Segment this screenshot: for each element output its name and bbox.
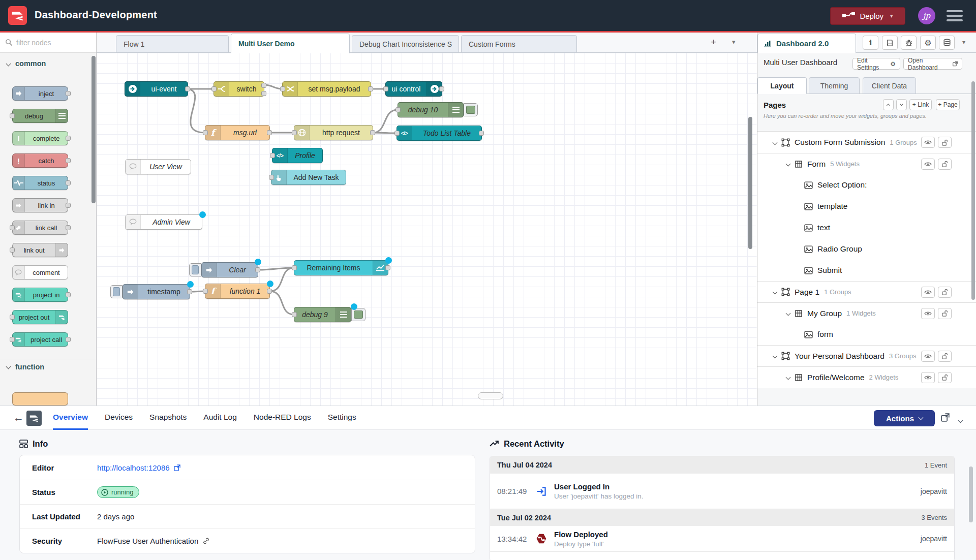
palette-category-function[interactable]: function bbox=[0, 359, 97, 374]
palette-category-common[interactable]: common bbox=[0, 56, 97, 71]
node-port[interactable] bbox=[261, 91, 266, 96]
node-port[interactable] bbox=[255, 267, 260, 272]
node-port[interactable] bbox=[10, 337, 15, 342]
lock-button[interactable] bbox=[938, 137, 952, 148]
collapse-panel-icon[interactable] bbox=[959, 415, 962, 424]
node-port[interactable] bbox=[269, 175, 274, 180]
node-port[interactable] bbox=[385, 265, 390, 270]
node-port[interactable] bbox=[292, 130, 297, 135]
lock-button[interactable] bbox=[938, 351, 952, 362]
flow-node-clear[interactable]: Clear bbox=[201, 262, 258, 277]
flow-node-todo-list-table[interactable]: </> Todo List Table bbox=[396, 126, 482, 141]
tab-debug-chart[interactable]: Debug Chart Inconsistence S bbox=[352, 35, 459, 53]
lock-button[interactable] bbox=[938, 308, 952, 319]
node-port[interactable] bbox=[10, 113, 15, 118]
node-port[interactable] bbox=[368, 86, 373, 91]
visibility-button[interactable] bbox=[921, 351, 935, 362]
palette-filter-input[interactable] bbox=[16, 39, 82, 47]
flow-node-ui-control[interactable]: ui control bbox=[385, 81, 442, 97]
tab-audit-log[interactable]: Audit Log bbox=[203, 406, 237, 430]
palette-node-link-call[interactable]: link call bbox=[12, 221, 68, 235]
node-port[interactable] bbox=[203, 130, 208, 135]
flow-node-remaining-items[interactable]: Remaining Items bbox=[294, 260, 388, 275]
palette-node-debug[interactable]: debug bbox=[12, 109, 68, 123]
chevron-down-icon[interactable] bbox=[773, 354, 778, 359]
tree-page-your-personal-dashboard[interactable]: Your Personal Dashboard 3 Groups bbox=[757, 345, 976, 366]
panel-resize-handle[interactable] bbox=[478, 392, 503, 399]
node-port[interactable] bbox=[292, 265, 297, 270]
lock-button[interactable] bbox=[938, 159, 952, 170]
node-port[interactable] bbox=[66, 158, 71, 163]
back-button[interactable]: ← bbox=[13, 412, 24, 424]
tree-widget-select-option[interactable]: Select Option: bbox=[757, 174, 976, 196]
tab-node-red-logs[interactable]: Node-RED Logs bbox=[254, 406, 311, 430]
context-data-button[interactable] bbox=[939, 36, 955, 50]
flow-list-caret-icon[interactable]: ▾ bbox=[732, 37, 736, 48]
node-port[interactable] bbox=[10, 225, 15, 230]
open-dashboard-button[interactable]: Open Dashboard bbox=[903, 58, 962, 70]
flow-node-debug-10[interactable]: debug 10 bbox=[398, 102, 464, 117]
info-sidebar-button[interactable]: i bbox=[863, 36, 878, 50]
visibility-button[interactable] bbox=[921, 308, 935, 319]
flow-node-set-msg-payload[interactable]: set msg.payload bbox=[282, 81, 371, 97]
editor-link[interactable]: http://localhost:12086 bbox=[97, 463, 180, 472]
node-port[interactable] bbox=[66, 337, 71, 342]
flow-node-function-1[interactable]: f function 1 bbox=[205, 284, 270, 299]
flow-node-switch[interactable]: switch bbox=[214, 81, 264, 97]
node-port[interactable] bbox=[479, 131, 484, 136]
node-port[interactable] bbox=[66, 292, 71, 297]
node-port[interactable] bbox=[383, 86, 388, 91]
canvas-scrollbar[interactable] bbox=[748, 117, 752, 249]
deploy-button[interactable]: Deploy ▾ bbox=[830, 7, 905, 25]
activity-event-flow-deployed[interactable]: 13:34:42 Flow Deployed Deploy type 'full… bbox=[490, 526, 954, 552]
inject-button[interactable] bbox=[110, 285, 123, 298]
activity-scrollbar[interactable] bbox=[969, 466, 973, 522]
palette-search[interactable] bbox=[0, 33, 97, 53]
chevron-down-icon[interactable] bbox=[786, 311, 791, 316]
tab-theming[interactable]: Theming bbox=[809, 77, 860, 94]
open-editor-icon[interactable] bbox=[941, 413, 950, 424]
add-page-button[interactable]: + Page bbox=[936, 99, 960, 110]
node-port[interactable] bbox=[292, 312, 297, 317]
node-port[interactable] bbox=[280, 86, 285, 91]
palette-node-comment[interactable]: comment bbox=[12, 265, 68, 279]
lock-button[interactable] bbox=[938, 372, 952, 383]
node-port[interactable] bbox=[211, 86, 217, 91]
tree-widget-template[interactable]: template bbox=[757, 196, 976, 217]
collapse-all-button[interactable] bbox=[883, 99, 894, 110]
tab-custom-forms[interactable]: Custom Forms bbox=[461, 35, 577, 53]
node-port[interactable] bbox=[10, 315, 15, 320]
edit-settings-button[interactable]: Edit Settings⚙ bbox=[852, 58, 900, 70]
tree-page-page-1[interactable]: Page 1 1 Groups bbox=[757, 281, 976, 302]
tree-group-profile-welcome[interactable]: Profile/Welcome 2 Widgets bbox=[757, 366, 976, 388]
node-port[interactable] bbox=[185, 86, 190, 91]
node-port[interactable] bbox=[66, 91, 71, 96]
node-port[interactable] bbox=[203, 289, 208, 294]
node-port[interactable] bbox=[394, 131, 400, 136]
node-port[interactable] bbox=[439, 86, 444, 91]
palette-node-project-call[interactable]: project call bbox=[12, 332, 68, 347]
deploy-caret-icon[interactable]: ▾ bbox=[890, 13, 893, 19]
flow-canvas[interactable]: ui-event switch set msg.payload ui contr… bbox=[97, 53, 757, 406]
sidebar-caret-icon[interactable]: ▾ bbox=[962, 39, 965, 46]
tree-page-custom-form-submission[interactable]: Custom Form Submission 1 Groups bbox=[757, 132, 976, 153]
tab-flow-1[interactable]: Flow 1 bbox=[116, 35, 229, 53]
add-link-button[interactable]: + Link bbox=[909, 99, 932, 110]
node-port[interactable] bbox=[10, 247, 15, 253]
tab-devices[interactable]: Devices bbox=[105, 406, 133, 430]
palette-node-catch[interactable]: ! catch bbox=[12, 153, 68, 168]
palette-node-inject[interactable]: inject bbox=[12, 86, 68, 101]
flowfuse-logo-icon[interactable] bbox=[26, 411, 42, 426]
node-port[interactable] bbox=[66, 136, 71, 141]
actions-button[interactable]: Actions bbox=[874, 410, 935, 426]
tab-multi-user-demo[interactable]: Multi User Demo bbox=[231, 34, 350, 53]
tree-group-my-group[interactable]: My Group 1 Widgets bbox=[757, 302, 976, 324]
add-flow-button[interactable]: + bbox=[711, 37, 716, 48]
node-port[interactable] bbox=[66, 225, 71, 230]
node-port[interactable] bbox=[261, 83, 266, 88]
flow-node-ui-event[interactable]: ui-event bbox=[125, 81, 188, 97]
tree-widget-radio-group[interactable]: Radio Group bbox=[757, 238, 976, 260]
flow-node-msg-url[interactable]: f msg.url bbox=[205, 125, 270, 140]
palette-node-link-in[interactable]: link in bbox=[12, 198, 68, 212]
visibility-button[interactable] bbox=[921, 137, 935, 148]
